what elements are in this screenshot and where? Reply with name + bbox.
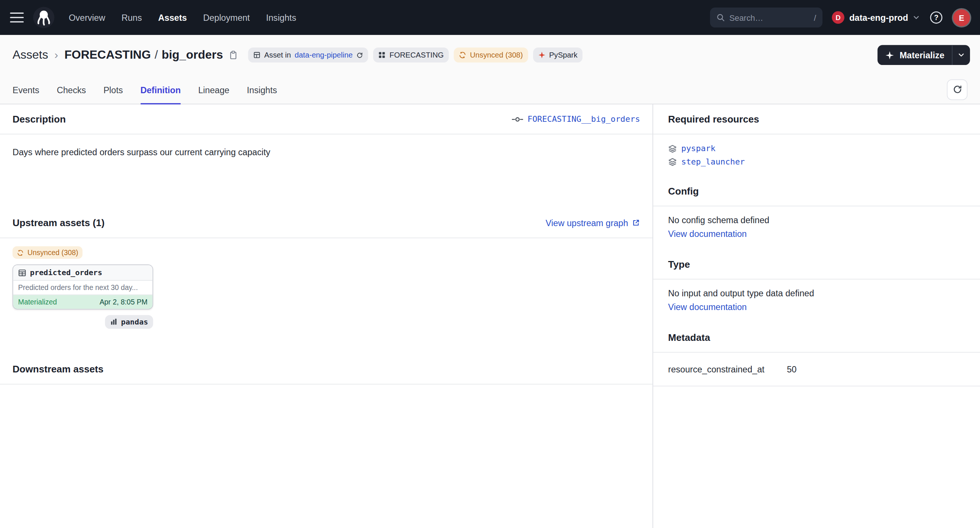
copy-icon[interactable] bbox=[228, 50, 238, 60]
view-documentation-link[interactable]: View documentation bbox=[668, 302, 747, 312]
page-title: FORECASTING / big_orders bbox=[64, 48, 223, 62]
nav-item-insights[interactable]: Insights bbox=[266, 13, 296, 23]
tag-asset-group[interactable]: FORECASTING bbox=[374, 48, 449, 62]
deployment-name: data-eng-prod bbox=[850, 13, 908, 23]
metadata-key: resource_constrained_at bbox=[668, 364, 787, 374]
view-documentation-link[interactable]: View documentation bbox=[668, 229, 747, 239]
type-empty-text: No input and output type data defined bbox=[668, 288, 965, 298]
upstream-asset-status-bar: Materialized Apr 2, 8:05 PM bbox=[13, 295, 152, 309]
reload-icon[interactable] bbox=[356, 52, 363, 59]
search-icon bbox=[716, 13, 725, 22]
downstream-title: Downstream assets bbox=[13, 364, 103, 375]
type-empty-state: No input and output type data defined Vi… bbox=[653, 280, 980, 323]
resource-pyspark[interactable]: pyspark bbox=[668, 143, 965, 154]
tab-bar: Events Checks Plots Definition Lineage I… bbox=[0, 75, 980, 103]
metadata-row: resource_constrained_at 50 bbox=[653, 353, 980, 386]
deployment-switcher[interactable]: D data-eng-prod bbox=[832, 11, 920, 24]
job-icon bbox=[253, 51, 261, 59]
resources-list: pyspark step_launcher bbox=[653, 134, 980, 177]
nav-item-deployment[interactable]: Deployment bbox=[203, 13, 250, 23]
primary-nav: Overview Runs Assets Deployment Insights bbox=[69, 13, 296, 23]
refresh-button[interactable] bbox=[947, 79, 968, 100]
materialized-timestamp: Apr 2, 8:05 PM bbox=[100, 298, 147, 305]
config-section-header: Config bbox=[653, 177, 980, 207]
tab-definition[interactable]: Definition bbox=[140, 85, 181, 104]
unsynced-tag[interactable]: Unsynced (308) bbox=[453, 48, 528, 62]
resource-pyspark-label: pyspark bbox=[681, 144, 715, 153]
sync-icon bbox=[459, 51, 466, 59]
breadcrumb-slash: / bbox=[154, 48, 158, 62]
config-empty-state: No config schema defined View documentat… bbox=[653, 207, 980, 250]
kind-tag-pyspark-label: PySpark bbox=[549, 51, 577, 59]
tag-asset-in-label: Asset in bbox=[264, 51, 291, 59]
pipeline-link[interactable]: data-eng-pipeline bbox=[295, 51, 353, 59]
unsynced-tag-label: Unsynced (308) bbox=[470, 51, 523, 59]
description-title: Description bbox=[13, 114, 66, 125]
asset-card[interactable]: predicted_orders Predicted orders for th… bbox=[13, 264, 153, 309]
tag-asset-in-pipeline[interactable]: Asset in data-eng-pipeline bbox=[248, 48, 368, 62]
resource-step-launcher[interactable]: step_launcher bbox=[668, 156, 965, 167]
global-search[interactable]: / bbox=[710, 8, 822, 27]
upstream-asset-description: Predicted orders for the next 30 day... bbox=[13, 281, 152, 295]
breadcrumb-assets-link[interactable]: Assets bbox=[13, 48, 48, 62]
view-upstream-graph-link[interactable]: View upstream graph bbox=[546, 218, 640, 228]
upstream-title: Upstream assets (1) bbox=[13, 217, 105, 228]
chevron-down-icon bbox=[913, 14, 920, 21]
kind-tag-pyspark[interactable]: PySpark bbox=[533, 48, 583, 62]
kind-tag-pandas-label: pandas bbox=[121, 318, 148, 326]
nav-right-cluster: / D data-eng-prod ? E bbox=[710, 8, 970, 27]
nav-item-assets[interactable]: Assets bbox=[158, 13, 187, 23]
config-title: Config bbox=[668, 185, 699, 196]
top-navbar: Overview Runs Assets Deployment Insights… bbox=[0, 0, 980, 35]
kind-tag-row: pandas bbox=[13, 315, 153, 329]
upstream-assets-block: Unsynced (308) predicted_orders Predicte… bbox=[0, 238, 652, 354]
hamburger-menu-icon[interactable] bbox=[10, 13, 24, 23]
view-upstream-graph-label: View upstream graph bbox=[546, 218, 628, 228]
search-shortcut-hint: / bbox=[814, 13, 816, 22]
page-header: Assets › FORECASTING / big_orders Asset … bbox=[0, 35, 980, 104]
downstream-section-header: Downstream assets bbox=[0, 355, 652, 385]
asset-group-icon bbox=[378, 51, 386, 59]
definition-main-panel: Description FORECASTING__big_orders Days… bbox=[0, 104, 653, 528]
upstream-unsynced-badge: Unsynced (308) bbox=[13, 246, 83, 259]
content-area: Description FORECASTING__big_orders Days… bbox=[0, 104, 980, 528]
dagster-logo-icon[interactable] bbox=[33, 6, 55, 29]
metadata-value: 50 bbox=[787, 364, 965, 374]
breadcrumb-separator: › bbox=[54, 48, 58, 61]
svg-text:?: ? bbox=[934, 13, 939, 22]
materialize-dropdown-button[interactable] bbox=[953, 45, 970, 65]
kind-tag-pandas[interactable]: pandas bbox=[105, 315, 153, 329]
upstream-asset: predicted_orders Predicted orders for th… bbox=[13, 264, 153, 329]
tab-checks[interactable]: Checks bbox=[57, 85, 86, 104]
tab-events[interactable]: Events bbox=[13, 85, 39, 104]
table-icon bbox=[18, 269, 26, 277]
breadcrumb-row: Assets › FORECASTING / big_orders Asset … bbox=[0, 35, 980, 75]
config-empty-text: No config schema defined bbox=[668, 215, 965, 225]
definition-sidebar: Required resources pyspark step_launcher bbox=[653, 104, 980, 528]
upstream-unsynced-label: Unsynced (308) bbox=[27, 249, 78, 256]
asset-node-link-label: FORECASTING__big_orders bbox=[528, 115, 640, 124]
type-section-header: Type bbox=[653, 250, 980, 280]
resources-section-header: Required resources bbox=[653, 104, 980, 134]
description-body: Days where predicted orders surpass our … bbox=[0, 134, 652, 208]
resources-title: Required resources bbox=[668, 114, 759, 125]
upstream-section-header: Upstream assets (1) View upstream graph bbox=[0, 208, 652, 239]
layers-icon bbox=[668, 157, 677, 166]
nav-item-overview[interactable]: Overview bbox=[69, 13, 105, 23]
tab-plots[interactable]: Plots bbox=[103, 85, 123, 104]
search-input[interactable] bbox=[729, 13, 810, 22]
upstream-asset-name: predicted_orders bbox=[30, 268, 102, 277]
nav-item-runs[interactable]: Runs bbox=[121, 13, 142, 23]
description-section-header: Description FORECASTING__big_orders bbox=[0, 104, 652, 134]
asset-node-link[interactable]: FORECASTING__big_orders bbox=[512, 115, 640, 124]
tab-lineage[interactable]: Lineage bbox=[198, 85, 229, 104]
sync-icon bbox=[17, 249, 24, 256]
external-link-icon bbox=[632, 219, 640, 227]
user-avatar[interactable]: E bbox=[953, 9, 970, 25]
tab-insights[interactable]: Insights bbox=[247, 85, 277, 104]
spark-icon bbox=[538, 51, 545, 59]
help-icon[interactable]: ? bbox=[929, 10, 943, 25]
layers-icon bbox=[668, 144, 677, 153]
deployment-badge: D bbox=[832, 11, 845, 24]
materialize-button[interactable]: Materialize bbox=[878, 45, 970, 65]
